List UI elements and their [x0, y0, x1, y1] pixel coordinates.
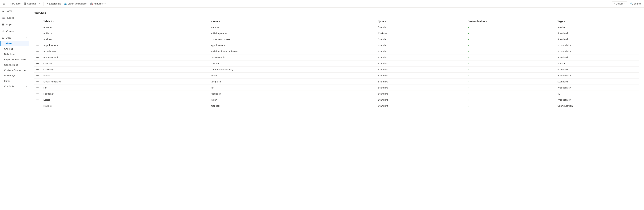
- row-type: Standard: [376, 85, 466, 91]
- row-more-menu[interactable]: ···: [34, 73, 41, 79]
- row-name: businessunit: [208, 54, 376, 61]
- row-more-menu[interactable]: ···: [34, 42, 41, 48]
- row-table-name: Mailbox: [41, 103, 208, 109]
- row-tags: KB: [556, 91, 639, 97]
- row-customizable: ✓: [466, 91, 556, 97]
- row-more-menu[interactable]: ···: [34, 91, 41, 97]
- sidebar-sub-item-flows[interactable]: Flows: [0, 78, 29, 84]
- row-name: transactioncurrency: [208, 67, 376, 73]
- hamburger-button[interactable]: ☰: [2, 1, 6, 6]
- toolbar: ☰ + New table 🗄 Get data ∨ ⇥ Export data…: [0, 0, 644, 7]
- chevron-down-icon: ∨: [39, 2, 40, 5]
- row-tags: Master: [556, 61, 639, 67]
- export-data-icon: ⇥: [46, 2, 48, 5]
- table-row[interactable]: ··· Account account Standard ✓ Master: [34, 24, 639, 30]
- check-icon: ✓: [468, 68, 470, 71]
- sidebar-sub-item-export-lake[interactable]: Export to data lake: [0, 57, 29, 62]
- row-type: Standard: [376, 61, 466, 67]
- col-tags-header[interactable]: Tags ∨: [556, 19, 639, 24]
- data-chevron-icon: ∧: [26, 37, 27, 39]
- row-more-menu[interactable]: ···: [34, 103, 41, 109]
- table-row[interactable]: ··· Email email Standard ✓ Productivity: [34, 73, 639, 79]
- toolbar-dropdown-btn[interactable]: ∨: [38, 2, 42, 6]
- col-dots-header: [34, 19, 41, 24]
- row-more-menu[interactable]: ···: [34, 48, 41, 54]
- table-row[interactable]: ··· Currency transactioncurrency Standar…: [34, 67, 639, 73]
- get-data-button[interactable]: 🗄 Get data: [22, 1, 37, 6]
- sidebar-sub-item-gateways[interactable]: Gateways: [0, 73, 29, 78]
- row-customizable: ✓: [466, 85, 556, 91]
- table-header-row: Table ↑ ∨ Name ∨ Type: [34, 19, 639, 24]
- row-type: Standard: [376, 103, 466, 109]
- row-name: appointment: [208, 42, 376, 48]
- col-customizable-header[interactable]: Customizable ∨: [466, 19, 556, 24]
- check-icon: ✓: [468, 80, 470, 83]
- row-more-menu[interactable]: ···: [34, 36, 41, 42]
- row-more-menu[interactable]: ···: [34, 24, 41, 30]
- search-button[interactable]: 🔍 Search: [628, 1, 642, 6]
- default-view-button[interactable]: ≡ Default ∨: [612, 1, 627, 6]
- export-lake-button[interactable]: 🌊 Export to data lake: [63, 1, 88, 6]
- table-row[interactable]: ··· Mailbox mailbox Standard ✓ Configura…: [34, 103, 639, 109]
- sidebar-item-data[interactable]: ⊞ Data ∧: [0, 35, 29, 41]
- col-table-header[interactable]: Table ↑ ∨: [41, 19, 208, 24]
- toolbar-right: ≡ Default ∨ 🔍 Search: [612, 1, 642, 6]
- row-type: Standard: [376, 36, 466, 42]
- new-table-button[interactable]: + New table: [7, 1, 22, 6]
- row-customizable: ✓: [466, 24, 556, 30]
- table-row[interactable]: ··· Email Template template Standard ✓ S…: [34, 79, 639, 85]
- ai-builder-button[interactable]: 🤖 AI Builder ∨: [88, 1, 107, 6]
- export-data-button[interactable]: ⇥ Export data: [45, 1, 62, 6]
- table-row[interactable]: ··· Activity activitypointer Custom ✓ St…: [34, 30, 639, 36]
- row-table-name: Account: [41, 24, 208, 30]
- home-icon: ⌂: [2, 9, 4, 13]
- row-tags: Standard: [556, 79, 639, 85]
- table-row[interactable]: ··· Contact contact Standard ✓ Master: [34, 61, 639, 67]
- table-row[interactable]: ··· Address customeraddress Standard ✓ S…: [34, 36, 639, 42]
- sidebar-sub-item-choices[interactable]: Choices: [0, 46, 29, 52]
- row-tags: Standard: [556, 54, 639, 61]
- row-name: account: [208, 24, 376, 30]
- get-data-icon: 🗄: [24, 2, 26, 5]
- row-table-name: Contact: [41, 61, 208, 67]
- check-icon: ✓: [468, 86, 470, 89]
- search-icon: 🔍: [630, 2, 633, 5]
- sidebar-sub-item-custom-connectors[interactable]: Custom Connectors: [0, 68, 29, 73]
- table-row[interactable]: ··· Business Unit businessunit Standard …: [34, 54, 639, 61]
- row-more-menu[interactable]: ···: [34, 85, 41, 91]
- col-name-header[interactable]: Name ∨: [208, 19, 376, 24]
- row-more-menu[interactable]: ···: [34, 61, 41, 67]
- table-row[interactable]: ··· Attachment activitymimeattachment St…: [34, 48, 639, 54]
- sidebar-item-create[interactable]: + Create: [0, 28, 29, 35]
- row-more-menu[interactable]: ···: [34, 67, 41, 73]
- sidebar-sub-item-chatbots[interactable]: Chatbots ∨: [0, 84, 29, 89]
- table-row[interactable]: ··· Letter letter Standard ✓ Productivit…: [34, 97, 639, 103]
- row-customizable: ✓: [466, 48, 556, 54]
- table-row[interactable]: ··· Fax fax Standard ✓ Productivity: [34, 85, 639, 91]
- row-tags: Productivity: [556, 85, 639, 91]
- check-icon: ✓: [468, 44, 470, 47]
- sidebar-item-home[interactable]: ⌂ Home: [0, 7, 29, 14]
- row-type: Standard: [376, 48, 466, 54]
- check-icon: ✓: [468, 50, 470, 53]
- row-more-menu[interactable]: ···: [34, 30, 41, 36]
- row-more-menu[interactable]: ···: [34, 97, 41, 103]
- table-row[interactable]: ··· Feedback feedback Standard ✓ KB: [34, 91, 639, 97]
- sidebar-sub-item-dataflows[interactable]: Dataflows: [0, 52, 29, 57]
- row-customizable: ✓: [466, 73, 556, 79]
- sidebar-item-learn[interactable]: 📖 Learn: [0, 14, 29, 21]
- col-type-header[interactable]: Type ∨: [376, 19, 466, 24]
- sidebar-sub-item-connections[interactable]: Connections: [0, 62, 29, 68]
- table-row[interactable]: ··· Appointment appointment Standard ✓ P…: [34, 42, 639, 48]
- hamburger-icon: ☰: [3, 2, 5, 5]
- check-icon: ✓: [468, 74, 470, 77]
- row-tags: Configuration: [556, 103, 639, 109]
- row-tags: Productivity: [556, 42, 639, 48]
- list-icon: ≡: [614, 2, 615, 5]
- sidebar-sub-item-tables[interactable]: Tables: [0, 41, 29, 46]
- row-more-menu[interactable]: ···: [34, 79, 41, 85]
- row-more-menu[interactable]: ···: [34, 54, 41, 61]
- row-table-name: Feedback: [41, 91, 208, 97]
- sidebar-item-apps[interactable]: ⊞ Apps: [0, 21, 29, 28]
- row-table-name: Business Unit: [41, 54, 208, 61]
